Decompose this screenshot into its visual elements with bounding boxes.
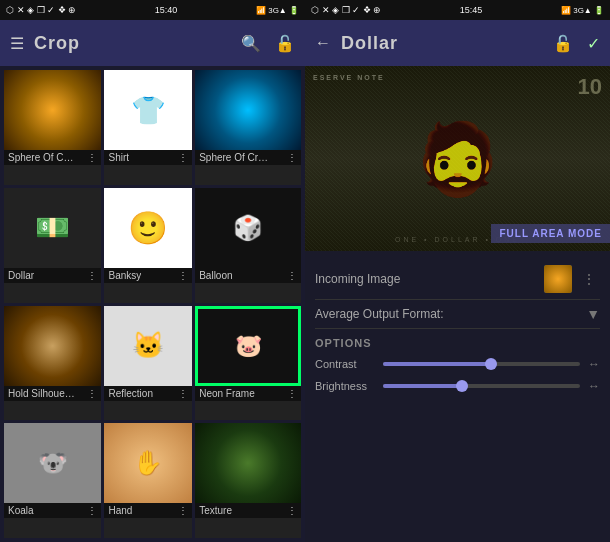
header-actions: 🔍 🔓	[241, 34, 295, 53]
detail-title: Dollar	[341, 33, 543, 54]
item-menu-icon[interactable]: ⋮	[178, 152, 188, 163]
item-label-row: Shirt ⋮	[104, 150, 192, 165]
item-label: Sphere Of Crystal	[8, 152, 75, 163]
right-panel: ⬡ ✕ ◈ ❒ ✓ ❖ ⊕ 15:45 📶 3G▲ 🔋 ← Dollar 🔓 ✓	[305, 0, 610, 542]
item-menu-icon[interactable]: ⋮	[178, 388, 188, 399]
item-label: Dollar	[8, 270, 34, 281]
main-image-container: ESERVE NOTE 10 🧔 ONE • DOLLAR • ONE FULL…	[305, 66, 610, 251]
incoming-image-row: Incoming Image ⋮	[315, 259, 600, 300]
right-statusbar-icons: ⬡ ✕ ◈ ❒ ✓ ❖ ⊕	[311, 5, 381, 15]
item-menu-icon[interactable]: ⋮	[87, 152, 97, 163]
item-menu-icon[interactable]: ⋮	[87, 270, 97, 281]
list-item[interactable]: Hold Silhouette ⋮	[4, 306, 101, 421]
item-label-row: Hand ⋮	[104, 503, 192, 518]
item-label-row: Sphere Of Crystal ⋮	[4, 150, 101, 165]
list-item[interactable]: 🐱 Reflection ⋮	[104, 306, 192, 421]
output-format-label: Average Output Format:	[315, 307, 586, 321]
item-label-row: Reflection ⋮	[104, 386, 192, 401]
incoming-menu-icon[interactable]: ⋮	[578, 271, 600, 287]
thumbnail: 👕	[104, 70, 192, 150]
item-label: Sphere Of Crystal 3	[199, 152, 272, 163]
item-label: Balloon	[199, 270, 232, 281]
menu-icon[interactable]: ☰	[10, 34, 24, 53]
thumbnail	[4, 70, 101, 150]
list-item[interactable]: ✋ Hand ⋮	[104, 423, 192, 538]
item-label: Neon Frame	[199, 388, 255, 399]
incoming-thumb-img	[544, 265, 572, 293]
dollar-denomination: 10	[578, 74, 602, 100]
thumbnail: ✋	[104, 423, 192, 503]
item-menu-icon[interactable]: ⋮	[287, 270, 297, 281]
item-menu-icon[interactable]: ⋮	[287, 388, 297, 399]
list-item[interactable]: 🐷 Neon Frame ⋮	[195, 306, 301, 421]
contrast-slider[interactable]	[383, 362, 580, 366]
list-item[interactable]: 🎲 Balloon ⋮	[195, 188, 301, 303]
right-signal-icons: 📶 3G▲ 🔋	[561, 6, 604, 15]
thumbnail: 💵	[4, 188, 101, 268]
list-item[interactable]: 🐨 Koala ⋮	[4, 423, 101, 538]
thumbnail: 🐨	[4, 423, 101, 503]
back-icon[interactable]: ←	[315, 34, 331, 52]
item-label: Reflection	[108, 388, 152, 399]
right-check-icon[interactable]: ✓	[587, 34, 600, 53]
item-menu-icon[interactable]: ⋮	[287, 152, 297, 163]
list-item[interactable]: 🙂 Banksy ⋮	[104, 188, 192, 303]
search-icon[interactable]: 🔍	[241, 34, 261, 53]
item-label-row: Balloon ⋮	[195, 268, 301, 283]
item-label-row: Banksy ⋮	[104, 268, 192, 283]
item-label: Koala	[8, 505, 34, 516]
right-statusbar: ⬡ ✕ ◈ ❒ ✓ ❖ ⊕ 15:45 📶 3G▲ 🔋	[305, 0, 610, 20]
app-title: Crop	[34, 33, 231, 54]
list-item[interactable]: Texture ⋮	[195, 423, 301, 538]
contrast-fill	[383, 362, 491, 366]
right-header-actions: 🔓 ✓	[553, 34, 600, 53]
left-signal-icons: 📶 3G▲ 🔋	[256, 6, 299, 15]
contrast-thumb	[485, 358, 497, 370]
brightness-fill	[383, 384, 462, 388]
contrast-label: Contrast	[315, 358, 375, 370]
right-content: Incoming Image ⋮ Average Output Format: …	[305, 251, 610, 542]
person-silhouette: 🧔	[414, 118, 501, 200]
list-item[interactable]: Sphere Of Crystal 3 ⋮	[195, 70, 301, 185]
output-format-row: Average Output Format: ▼	[315, 300, 600, 329]
list-item[interactable]: 💵 Dollar ⋮	[4, 188, 101, 303]
item-menu-icon[interactable]: ⋮	[87, 388, 97, 399]
item-label-row: Hold Silhouette ⋮	[4, 386, 101, 401]
output-format-dropdown[interactable]: ▼	[586, 306, 600, 322]
item-label: Shirt	[108, 152, 129, 163]
item-menu-icon[interactable]: ⋮	[178, 270, 188, 281]
brightness-slider[interactable]	[383, 384, 580, 388]
thumbnail	[4, 306, 101, 386]
list-item[interactable]: Sphere Of Crystal ⋮	[4, 70, 101, 185]
item-label-row: Dollar ⋮	[4, 268, 101, 283]
options-section: OPTIONS Contrast ↔ Brightness ↔	[315, 337, 600, 393]
item-label-row: Texture ⋮	[195, 503, 301, 518]
item-menu-icon[interactable]: ⋮	[178, 505, 188, 516]
thumbnail: 🐱	[104, 306, 192, 386]
contrast-expand-icon: ↔	[588, 357, 600, 371]
brightness-label: Brightness	[315, 380, 375, 392]
incoming-image-label: Incoming Image	[315, 272, 544, 286]
item-label-row: Neon Frame ⋮	[195, 386, 301, 401]
list-item[interactable]: 👕 Shirt ⋮	[104, 70, 192, 185]
thumbnail: 🐷	[195, 306, 301, 386]
image-grid: Sphere Of Crystal ⋮ 👕 Shirt ⋮ Sphere Of …	[0, 66, 305, 542]
left-panel: ⬡ ✕ ◈ ❒ ✓ ❖ ⊕ 15:40 📶 3G▲ 🔋 ☰ Crop 🔍 🔓 S…	[0, 0, 305, 542]
right-lock-icon[interactable]: 🔓	[553, 34, 573, 53]
left-time: 15:40	[155, 5, 178, 15]
brightness-expand-icon: ↔	[588, 379, 600, 393]
item-label: Hand	[108, 505, 132, 516]
thumbnail: 🎲	[195, 188, 301, 268]
right-header: ← Dollar 🔓 ✓	[305, 20, 610, 66]
lock-icon[interactable]: 🔓	[275, 34, 295, 53]
left-statusbar-icons: ⬡ ✕ ◈ ❒ ✓ ❖ ⊕	[6, 5, 76, 15]
right-time: 15:45	[460, 5, 483, 15]
full-area-badge: FULL AREA MODE	[491, 224, 610, 243]
item-menu-icon[interactable]: ⋮	[287, 505, 297, 516]
dollar-reserve-text: ESERVE NOTE	[313, 74, 385, 81]
item-menu-icon[interactable]: ⋮	[87, 505, 97, 516]
incoming-thumbnail	[544, 265, 572, 293]
thumbnail	[195, 423, 301, 503]
contrast-row: Contrast ↔	[315, 357, 600, 371]
thumbnail: 🙂	[104, 188, 192, 268]
